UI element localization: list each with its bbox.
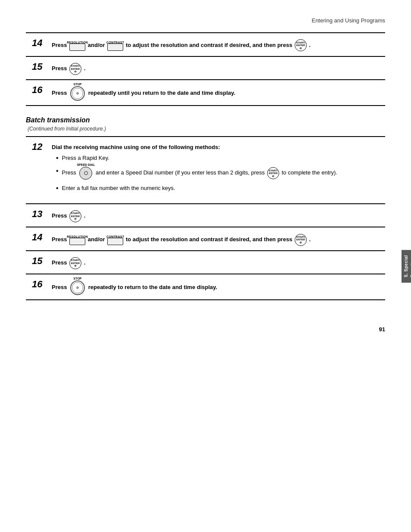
- side-tab-line1: 5. Special: [403, 255, 409, 277]
- contrast-btn-wrapper: CONTRAST: [106, 43, 124, 52]
- stop-btn-16top: ⊙: [70, 86, 85, 101]
- resolution-key-bot: RESOLUTION: [69, 238, 85, 245]
- contrast-btn-wrapper-bot: CONTRAST: [106, 237, 124, 246]
- list-item-speed-dial: Press SPEED DIAL ◯ and enter a Speed Dia…: [56, 167, 379, 180]
- resolution-key: RESOLUTION: [69, 44, 85, 51]
- step-content: Press START/ENTERΦ .: [52, 255, 379, 269]
- start-enter-btn-15bot: START/ENTERΦ: [69, 257, 81, 269]
- step-number: 12: [32, 141, 47, 152]
- step-number: 15: [32, 255, 47, 267]
- step-number: 16: [32, 84, 47, 96]
- step-content: Press RESOLUTION and/or CONTRAST to adju…: [52, 232, 379, 246]
- batch-sub: (Continued from Initial procedure.): [26, 126, 385, 132]
- step-number: 15: [32, 61, 47, 72]
- step-15-top: 15 Press START/ENTERΦ .: [26, 56, 385, 79]
- step-number: 14: [32, 37, 47, 49]
- resolution-btn-wrapper: RESOLUTION: [68, 43, 86, 52]
- page-num-value: 91: [379, 326, 385, 333]
- side-tab: 5. Special Functions: [402, 250, 411, 283]
- step-12: 12 Dial the receiving machine using one …: [26, 136, 385, 203]
- contrast-key-bot: CONTRAST: [107, 238, 123, 245]
- step-content: Press START/ENTERΦ .: [52, 61, 379, 75]
- step-number: 14: [32, 232, 47, 243]
- step-content: Press STOP ⊙ repeatedly until you return…: [52, 84, 379, 101]
- step-content: Press RESOLUTION and/or CONTRAST to adju…: [52, 37, 379, 52]
- resolution-label-bot: RESOLUTION: [67, 234, 88, 239]
- start-enter-btn-inline: START/ENTERΦ: [295, 39, 307, 51]
- contrast-key: CONTRAST: [107, 44, 123, 51]
- contrast-label-bot: CONTRAST: [106, 234, 124, 239]
- step-16-bot: 16 Press STOP ⊙ repeatedly to return to …: [26, 274, 385, 300]
- page-header: Entering and Using Programs: [0, 0, 411, 32]
- page-number: 91: [0, 317, 411, 341]
- step-content: Dial the receiving machine using one of …: [52, 141, 379, 199]
- batch-heading: Batch transmission: [26, 116, 385, 124]
- contrast-label: CONTRAST: [106, 40, 124, 45]
- header-title: Entering and Using Programs: [311, 17, 385, 24]
- step-16-top: 16 Press STOP ⊙ repeatedly until you ret…: [26, 79, 385, 106]
- start-enter-btn-13: START/ENTERΦ: [69, 210, 81, 222]
- speed-dial-btn: ◯: [79, 167, 92, 180]
- batch-section: Batch transmission (Continued from Initi…: [26, 116, 385, 132]
- step-14-top: 14 Press RESOLUTION and/or CONTRAST to a…: [26, 32, 385, 56]
- start-enter-btn-15top: START/ENTERΦ: [69, 63, 81, 75]
- step-14-bot: 14 Press RESOLUTION and/or CONTRAST to a…: [26, 227, 385, 250]
- step-number: 13: [32, 208, 47, 220]
- dial-methods-list: Press a Rapid Key. Press SPEED DIAL ◯ an…: [52, 152, 379, 199]
- step-number: 16: [32, 279, 47, 290]
- speed-dial-label-above: SPEED DIAL: [77, 162, 95, 167]
- stop-btn-16bot: ⊙: [70, 280, 85, 295]
- list-item-fax: Enter a full fax number with the numeric…: [56, 184, 379, 193]
- start-enter-btn-14bot: START/ENTERΦ: [295, 234, 307, 246]
- main-content: 14 Press RESOLUTION and/or CONTRAST to a…: [0, 32, 411, 317]
- resolution-btn-wrapper-bot: RESOLUTION: [68, 237, 86, 246]
- step-15-bot: 15 Press START/ENTERΦ .: [26, 250, 385, 274]
- resolution-label: RESOLUTION: [67, 40, 88, 45]
- step-content: Press STOP ⊙ repeatedly to return to the…: [52, 279, 379, 295]
- step-content: Press START/ENTERΦ .: [52, 208, 379, 222]
- step-13: 13 Press START/ENTERΦ .: [26, 203, 385, 227]
- start-enter-btn-12: START/ENTERΦ: [267, 167, 279, 179]
- list-item-rapid: Press a Rapid Key.: [56, 154, 379, 163]
